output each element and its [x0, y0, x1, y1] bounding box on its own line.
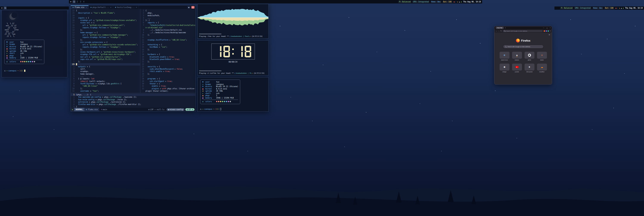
- music-icon[interactable]: ♪: [456, 1, 456, 3]
- fetch-row-hname: ⌂hnamecanopus: [202, 83, 238, 86]
- workspace-tag-4[interactable]: 4: [82, 1, 85, 3]
- neovim-window[interactable]: ❄flake.nix×❄pkgs/default...×❄hosts/isoIm…: [70, 5, 196, 111]
- close-buffer-button[interactable]: ×: [191, 6, 194, 9]
- maximize-button[interactable]: ▢: [546, 27, 548, 29]
- status-p[interactable]: P: Balanced: [398, 1, 411, 3]
- clock-digit-8: [224, 46, 230, 57]
- code-line: 25 rtkit.enable = true;: [140, 70, 196, 73]
- code-text: inputs.nixpkgs.follows = "nixpkgs";: [76, 36, 120, 39]
- nvim-tab-pkgs-default-[interactable]: ❄pkgs/default...×: [89, 6, 113, 9]
- line-number: 20: [71, 15, 76, 17]
- dial-claude[interactable]: ✳claude: [537, 52, 547, 61]
- code-text: ...: [146, 17, 151, 19]
- status-home[interactable]: Home: 8ms: [430, 1, 442, 3]
- dial-tile[interactable]: ▶: [512, 64, 522, 71]
- dial-chat.openai[interactable]: ✱chat.openai: [524, 64, 535, 72]
- dial-tile[interactable]: a⌣: [512, 52, 522, 59]
- extension-icon-3[interactable]: [548, 30, 549, 32]
- music-icon[interactable]: ♪: [617, 7, 618, 9]
- code-text: outputs = {: [76, 66, 90, 68]
- hamburger-menu-icon[interactable]: ≡: [550, 30, 550, 32]
- dial-tile[interactable]: ✱: [524, 64, 534, 71]
- editor-pane-iso[interactable]: 1{2 pkgs,3 modulesPath,4 ...5}: {6 impor…: [140, 9, 196, 93]
- workspace-tags: 1234: [72, 1, 85, 3]
- editor-pane-flake[interactable]: 22{21 description = "tux's NixOS Flake";…: [71, 9, 140, 93]
- tab-filename: flake.nix: [74, 6, 84, 9]
- clock-digit-1: [215, 46, 222, 57]
- terminal-fastfetch-left[interactable]: \ \ // ==\__\/ // // \// ==// //== //\__…: [2, 10, 67, 77]
- status-bat[interactable]: Bat: 100: [604, 7, 614, 9]
- openai-icon: ✱: [529, 66, 530, 68]
- dial-tile[interactable]: ❄: [500, 52, 510, 59]
- line-number: 1: [71, 96, 76, 98]
- dial-youtube[interactable]: ▶youtube: [512, 64, 522, 72]
- status-gpu[interactable]: GPU: Integrated: [412, 1, 430, 3]
- tab-close-icon[interactable]: ×: [110, 6, 111, 9]
- notification-icon[interactable]: ◗: [619, 7, 620, 9]
- dial-tile[interactable]: ✳: [537, 52, 547, 59]
- editor-pane-pkgs[interactable]: 1{pkgs, ...}: {1 tux-awesome-wm-config =…: [71, 93, 196, 108]
- status-home[interactable]: Home: 6ms: [592, 7, 603, 9]
- terminal-fastfetch-right[interactable]: ☻usertux⌂hnamecanopus❄distroNixOS 24.11 …: [198, 77, 268, 112]
- code-text: url = "github:nix-community/home-manager…: [76, 34, 128, 36]
- forward-button[interactable]: →: [498, 30, 500, 32]
- status-bat[interactable]: Bat: 100: [442, 1, 452, 3]
- workspace-tag-2[interactable]: 2: [76, 1, 79, 3]
- workspace-tag-3[interactable]: 3: [79, 1, 82, 3]
- browser-tab[interactable]: New Tab: [496, 27, 504, 29]
- firefox-window[interactable]: New Tab + — ▢ × ← → ↻ Search with Google…: [494, 26, 552, 85]
- code-text: ...: [76, 75, 84, 78]
- clock-colon: [232, 46, 234, 57]
- tab-close-icon[interactable]: ×: [136, 6, 137, 9]
- code-line: 2 pkgs,: [140, 12, 196, 14]
- tab-close-icon[interactable]: ×: [86, 6, 87, 9]
- dial-github[interactable]: github: [524, 52, 535, 61]
- line-number: 28: [140, 78, 146, 80]
- newtab-search-input[interactable]: Search with Google or enter address: [503, 45, 543, 48]
- clock-window[interactable]: 08/08/24 ======================> Playing…: [198, 40, 268, 75]
- buffer-picker-icon[interactable]: ◉: [187, 6, 190, 9]
- notification-icon[interactable]: ◗: [458, 1, 458, 3]
- line-number: 2: [71, 58, 76, 61]
- close-button[interactable]: ×: [550, 27, 550, 29]
- dial-search.nixos[interactable]: ❄search.nixos: [499, 52, 510, 61]
- record-icon[interactable]: ●: [616, 7, 617, 9]
- dial-amazon[interactable]: a⌣amazon: [512, 52, 522, 61]
- dial-tile[interactable]: ☁: [537, 64, 547, 71]
- network-icon[interactable]: ▲: [459, 1, 460, 3]
- shell-prompt[interactable]: ⌂→canopus~))): [200, 108, 266, 110]
- battery-icon[interactable]: ▮: [461, 1, 462, 3]
- clock-digit-1: [236, 46, 243, 57]
- workspace-tag-1[interactable]: 1: [4, 7, 6, 9]
- status-p[interactable]: P: Balanced: [560, 7, 573, 9]
- extension-icon-2[interactable]: [546, 30, 547, 32]
- gear-icon[interactable]: ⚙: [549, 34, 550, 36]
- visualizer-window[interactable]: ======================> Playing: ffee fo…: [198, 4, 268, 39]
- dial-tile[interactable]: [524, 52, 534, 59]
- back-button[interactable]: ←: [496, 30, 497, 32]
- minimize-button[interactable]: —: [543, 27, 544, 29]
- dial-cloudflare[interactable]: ☁cloudflare: [537, 64, 547, 72]
- reload-button[interactable]: ↻: [500, 30, 502, 32]
- menu-icon[interactable]: ≡: [70, 1, 71, 3]
- workspace-tag-1[interactable]: 1: [72, 1, 75, 3]
- dial-chatgpt[interactable]: ✱chatgpt: [499, 64, 510, 72]
- network-icon[interactable]: ▲: [621, 7, 622, 9]
- code-text: modulesPath,: [146, 15, 160, 17]
- code-line: 11 inputs.nixpkgs.follows = "nixpkgs";: [71, 36, 140, 39]
- battery-icon[interactable]: ▮: [623, 7, 624, 9]
- new-tab-button[interactable]: +: [505, 27, 506, 29]
- record-icon[interactable]: ●: [454, 1, 455, 3]
- code-text: firefox-mod-blur = pkgs.callPackage ./fi…: [76, 103, 141, 106]
- url-bar[interactable]: Search with Google or enter address: [502, 30, 543, 32]
- status-gpu[interactable]: GPU: Integrated: [574, 7, 591, 9]
- code-line: 4 firefox-mod-blur = pkgs.callPackage ./…: [71, 103, 196, 106]
- shell-prompt[interactable]: ⌂→canopus~))): [4, 70, 64, 72]
- code-line: 21 };: [140, 61, 196, 63]
- nvim-tab-hosts-isoImag-[interactable]: ❄hosts/isoImag...×: [113, 6, 139, 9]
- nvim-tab-flake-nix[interactable]: ❄flake.nix×: [71, 6, 89, 9]
- fetch-row-kernel: ▣kernel6.9.8-zen1: [6, 48, 42, 50]
- darkreader-extension-icon[interactable]: [544, 30, 545, 32]
- menu-icon[interactable]: ≡: [1, 7, 2, 9]
- dial-tile[interactable]: ✱: [500, 64, 510, 71]
